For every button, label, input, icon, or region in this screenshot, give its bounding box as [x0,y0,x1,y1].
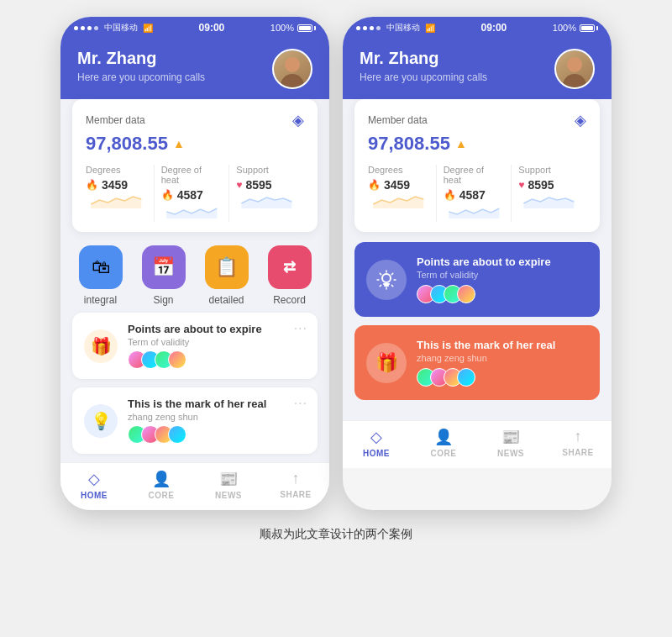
wifi-icon-right: 📶 [425,24,435,33]
home-nav-label-left: HOME [81,491,108,500]
stat-heat-left: Degree of heat 🔥 4587 [155,165,230,222]
notif-sub-orange: zhang zeng shun [417,353,588,363]
nav-core-left[interactable]: 👤 CORE [128,470,195,500]
svg-marker-3 [373,197,423,208]
core-nav-label-left: CORE [149,491,175,500]
notif-sub-1: Term of validity [128,337,306,347]
nav-news-left[interactable]: 📰 NEWS [195,470,262,500]
nav-news-right[interactable]: 📰 NEWS [477,428,544,458]
flame-icon-r1: 🔥 [368,179,381,191]
notif-content-2: This is the mark of her real zhang zeng … [128,397,306,444]
header-text-right: Mr. Zhang Here are you upcoming calls [360,49,487,83]
action-sign[interactable]: 📅 Sign [142,245,186,306]
header-subtitle-left: Here are you upcoming calls [77,71,205,83]
nav-share-right[interactable]: ↑ SHARE [544,428,612,458]
notif-content-1: Points are about to expire Term of valid… [128,323,306,369]
notif-card-blue[interactable]: Points are about to expire Term of valid… [354,242,600,317]
notif-avatars-2 [128,425,306,444]
notif-avatars-blue [417,285,588,303]
nav-core-right[interactable]: 👤 CORE [410,428,477,458]
notif-sub-blue: Term of validity [417,270,588,280]
notif-content-blue: Points are about to expire Term of valid… [417,255,588,303]
dot4 [94,26,98,30]
header-right: Mr. Zhang Here are you upcoming calls [343,39,612,106]
notif-avatars-orange [417,368,588,387]
wave-chart-2 [161,202,223,218]
stat-label-degrees: Degrees [86,165,147,175]
action-integral[interactable]: 🛍 integral [79,245,123,306]
notif-menu-2[interactable]: ··· [294,396,307,411]
user-name-left: Mr. Zhang [77,49,205,68]
home-nav-icon-right: ◇ [370,428,382,446]
time-left: 09:00 [199,22,225,34]
notif-card-orange[interactable]: 🎁 This is the mark of her real zhang zen… [354,325,600,400]
carrier-right: 中国移动 [386,22,420,34]
notif-title-blue: Points are about to expire [417,255,588,268]
nav-share-left[interactable]: ↑ SHARE [262,470,329,500]
flame-icon-r2: 🔥 [444,189,456,201]
phone-body-left: Member data ◈ 97,808.55 ▲ Degrees 🔥 3459 [60,99,329,510]
wave-chart-r2 [444,202,505,218]
notif-cards-right: Points are about to expire Term of valid… [343,232,612,400]
heart-icon-r1: ♥ [518,179,524,191]
share-nav-icon-left: ↑ [292,470,300,487]
status-bar-right: 中国移动 📶 09:00 100% [343,17,612,39]
right-phone: 中国移动 📶 09:00 100% Mr. Zhang Here are you… [343,17,612,510]
avatar-right [554,49,595,89]
share-nav-label-left: SHARE [280,490,312,499]
notif-avatars-1 [128,350,306,369]
time-right: 09:00 [481,22,507,34]
member-label-left: Member data [86,114,145,126]
notif-cards-left: ··· 🎁 Points are about to expire Term of… [60,313,329,454]
header-text-left: Mr. Zhang Here are you upcoming calls [77,49,205,83]
nav-home-left[interactable]: ◇ HOME [60,470,128,500]
stats-row-right: Degrees 🔥 3459 Degree of heat [368,165,586,222]
notif-icon-gift: 🎁 [84,329,118,363]
battery-pct-right: 100% [553,23,576,33]
nav-home-right[interactable]: ◇ HOME [343,428,410,458]
svg-point-6 [382,274,391,282]
wave-chart-r3 [518,192,580,208]
notif-content-orange: This is the mark of her real zhang zeng … [417,339,588,387]
notif-title-orange: This is the mark of her real [417,339,588,351]
notif-card-1[interactable]: ··· 🎁 Points are about to expire Term of… [72,313,318,379]
battery-icon-left [297,24,316,32]
stat-val-heat: 🔥 4587 [161,188,223,202]
dot2 [81,26,85,30]
stat-support-right: Support ♥ 8595 [512,165,586,222]
footer-caption: 顺叔为此文章设计的两个案例 [260,527,412,542]
action-record[interactable]: ⇄ Record [268,245,312,306]
stat-label-heat: Degree of heat [161,165,223,185]
stat-label-support-r: Support [518,165,580,175]
stat-label-degrees-r: Degrees [368,165,429,175]
wifi-icon-left: 📶 [143,24,153,33]
rdot4 [376,26,381,30]
quick-actions-left: 🛍 integral 📅 Sign 📋 detailed ⇄ Record [60,232,329,313]
heart-icon-1: ♥ [236,179,242,191]
phones-container: 中国移动 📶 09:00 100% Mr. Zhang Here are you… [60,17,612,510]
left-phone: 中国移动 📶 09:00 100% Mr. Zhang Here are you… [60,17,329,510]
bottom-nav-left: ◇ HOME 👤 CORE 📰 NEWS ↑ SHARE [60,462,329,510]
action-detailed[interactable]: 📋 detailed [205,245,249,306]
core-nav-icon-left: 👤 [152,470,171,488]
notif-menu-1[interactable]: ··· [294,321,307,336]
dot3 [87,26,92,30]
header-subtitle-right: Here are you upcoming calls [360,71,487,83]
signal-dots: 中国移动 📶 [74,22,153,34]
news-nav-label-right: NEWS [497,449,524,458]
stat-val-degrees-r: 🔥 3459 [368,178,429,192]
home-nav-label-right: HOME [363,449,390,458]
avatar-left [272,49,312,89]
record-icon: ⇄ [268,245,312,289]
member-card-header-right: Member data ◈ [368,111,586,129]
sign-label: Sign [153,294,173,306]
rdot2 [363,26,367,30]
carrier-left: 中国移动 [104,22,138,34]
battery-right-right: 100% [553,23,598,33]
detailed-label: detailed [208,294,244,306]
notif-card-2[interactable]: ··· 💡 This is the mark of her real zhang… [72,387,318,454]
share-nav-icon-right: ↑ [575,428,582,445]
integral-icon: 🛍 [79,245,123,289]
dot1 [74,26,78,30]
news-nav-icon-left: 📰 [219,470,238,488]
